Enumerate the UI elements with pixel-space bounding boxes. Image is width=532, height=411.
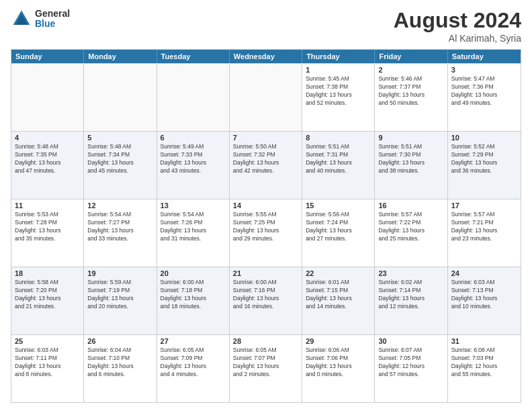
calendar-cell: 25Sunrise: 6:03 AM Sunset: 7:11 PM Dayli… — [11, 335, 84, 402]
day-number: 16 — [378, 201, 443, 210]
day-number: 4 — [15, 134, 80, 142]
calendar-cell: 10Sunrise: 5:52 AM Sunset: 7:29 PM Dayli… — [448, 132, 521, 199]
day-number: 28 — [233, 337, 298, 345]
day-number: 8 — [306, 134, 371, 142]
calendar-cell: 6Sunrise: 5:49 AM Sunset: 7:33 PM Daylig… — [157, 132, 230, 199]
calendar-day-header: Sunday — [11, 50, 84, 63]
day-info: Sunrise: 6:00 AM Sunset: 7:18 PM Dayligh… — [161, 279, 226, 311]
calendar-cell: 15Sunrise: 5:56 AM Sunset: 7:24 PM Dayli… — [302, 199, 375, 267]
day-number: 24 — [451, 269, 517, 277]
calendar-day-header: Monday — [84, 50, 157, 63]
day-info: Sunrise: 5:55 AM Sunset: 7:25 PM Dayligh… — [233, 211, 298, 243]
day-number: 29 — [306, 337, 371, 345]
calendar-cell: 20Sunrise: 6:00 AM Sunset: 7:18 PM Dayli… — [157, 267, 230, 334]
logo-icon — [11, 8, 32, 30]
calendar-cell: 16Sunrise: 5:57 AM Sunset: 7:22 PM Dayli… — [375, 199, 447, 267]
calendar-week-row: 4Sunrise: 5:48 AM Sunset: 7:35 PM Daylig… — [11, 131, 521, 199]
day-info: Sunrise: 5:53 AM Sunset: 7:28 PM Dayligh… — [15, 211, 80, 243]
day-info: Sunrise: 6:04 AM Sunset: 7:10 PM Dayligh… — [87, 347, 152, 379]
calendar-cell: 8Sunrise: 5:51 AM Sunset: 7:31 PM Daylig… — [302, 132, 375, 199]
day-info: Sunrise: 6:02 AM Sunset: 7:14 PM Dayligh… — [378, 279, 443, 311]
day-info: Sunrise: 5:48 AM Sunset: 7:35 PM Dayligh… — [15, 143, 80, 175]
day-number: 10 — [451, 134, 517, 142]
day-number: 11 — [15, 201, 80, 210]
calendar-day-header: Thursday — [302, 50, 375, 63]
calendar-cell — [230, 64, 302, 131]
calendar-cell — [11, 64, 84, 131]
day-number: 31 — [451, 337, 517, 345]
calendar-cell: 11Sunrise: 5:53 AM Sunset: 7:28 PM Dayli… — [11, 199, 84, 267]
header: General Blue August 2024 Al Karimah, Syr… — [11, 8, 521, 44]
title-block: August 2024 Al Karimah, Syria — [394, 8, 521, 44]
day-number: 23 — [378, 269, 443, 277]
day-number: 17 — [451, 201, 517, 210]
day-number: 7 — [233, 134, 298, 142]
day-info: Sunrise: 5:57 AM Sunset: 7:21 PM Dayligh… — [451, 211, 517, 243]
calendar-cell: 19Sunrise: 5:59 AM Sunset: 7:19 PM Dayli… — [84, 267, 157, 334]
day-number: 13 — [161, 201, 226, 210]
calendar-cell: 29Sunrise: 6:06 AM Sunset: 7:06 PM Dayli… — [302, 335, 375, 402]
day-number: 5 — [87, 134, 152, 142]
calendar-cell: 31Sunrise: 6:08 AM Sunset: 7:03 PM Dayli… — [448, 335, 521, 402]
day-info: Sunrise: 5:46 AM Sunset: 7:37 PM Dayligh… — [378, 75, 443, 107]
day-number: 15 — [306, 201, 371, 210]
day-info: Sunrise: 6:08 AM Sunset: 7:03 PM Dayligh… — [451, 347, 517, 379]
day-number: 9 — [378, 134, 443, 142]
calendar-cell: 12Sunrise: 5:54 AM Sunset: 7:27 PM Dayli… — [84, 199, 157, 267]
day-number: 30 — [378, 337, 443, 345]
day-number: 12 — [87, 201, 152, 210]
calendar-week-row: 25Sunrise: 6:03 AM Sunset: 7:11 PM Dayli… — [11, 334, 521, 402]
calendar-cell: 4Sunrise: 5:48 AM Sunset: 7:35 PM Daylig… — [11, 132, 84, 199]
calendar-cell: 14Sunrise: 5:55 AM Sunset: 7:25 PM Dayli… — [230, 199, 302, 267]
calendar: SundayMondayTuesdayWednesdayThursdayFrid… — [11, 49, 521, 403]
day-info: Sunrise: 6:03 AM Sunset: 7:11 PM Dayligh… — [15, 347, 80, 379]
day-info: Sunrise: 5:45 AM Sunset: 7:38 PM Dayligh… — [306, 75, 371, 107]
calendar-day-header: Friday — [375, 50, 447, 63]
day-number: 1 — [306, 66, 371, 74]
logo: General Blue — [11, 8, 70, 30]
calendar-week-row: 11Sunrise: 5:53 AM Sunset: 7:28 PM Dayli… — [11, 199, 521, 267]
day-number: 3 — [451, 66, 517, 74]
day-info: Sunrise: 5:51 AM Sunset: 7:30 PM Dayligh… — [378, 143, 443, 175]
calendar-cell: 7Sunrise: 5:50 AM Sunset: 7:32 PM Daylig… — [230, 132, 302, 199]
day-info: Sunrise: 5:54 AM Sunset: 7:27 PM Dayligh… — [87, 211, 152, 243]
calendar-cell: 9Sunrise: 5:51 AM Sunset: 7:30 PM Daylig… — [375, 132, 447, 199]
calendar-cell: 18Sunrise: 5:58 AM Sunset: 7:20 PM Dayli… — [11, 267, 84, 334]
calendar-cell: 17Sunrise: 5:57 AM Sunset: 7:21 PM Dayli… — [448, 199, 521, 267]
day-number: 22 — [306, 269, 371, 277]
day-number: 2 — [378, 66, 443, 74]
day-info: Sunrise: 6:07 AM Sunset: 7:05 PM Dayligh… — [378, 347, 443, 379]
day-number: 26 — [87, 337, 152, 345]
day-info: Sunrise: 5:57 AM Sunset: 7:22 PM Dayligh… — [378, 211, 443, 243]
calendar-cell: 5Sunrise: 5:48 AM Sunset: 7:34 PM Daylig… — [84, 132, 157, 199]
calendar-cell: 21Sunrise: 6:00 AM Sunset: 7:16 PM Dayli… — [230, 267, 302, 334]
calendar-header: SundayMondayTuesdayWednesdayThursdayFrid… — [11, 50, 521, 63]
day-info: Sunrise: 5:47 AM Sunset: 7:36 PM Dayligh… — [451, 75, 517, 107]
calendar-body: 1Sunrise: 5:45 AM Sunset: 7:38 PM Daylig… — [11, 63, 521, 402]
calendar-week-row: 18Sunrise: 5:58 AM Sunset: 7:20 PM Dayli… — [11, 267, 521, 334]
day-number: 20 — [161, 269, 226, 277]
day-info: Sunrise: 6:06 AM Sunset: 7:06 PM Dayligh… — [306, 347, 371, 379]
day-number: 6 — [161, 134, 226, 142]
calendar-cell: 30Sunrise: 6:07 AM Sunset: 7:05 PM Dayli… — [375, 335, 447, 402]
day-number: 25 — [15, 337, 80, 345]
calendar-cell — [84, 64, 157, 131]
month-title: August 2024 — [394, 8, 521, 33]
day-number: 14 — [233, 201, 298, 210]
day-number: 19 — [87, 269, 152, 277]
calendar-cell: 1Sunrise: 5:45 AM Sunset: 7:38 PM Daylig… — [302, 64, 375, 131]
calendar-week-row: 1Sunrise: 5:45 AM Sunset: 7:38 PM Daylig… — [11, 63, 521, 131]
day-info: Sunrise: 5:54 AM Sunset: 7:26 PM Dayligh… — [161, 211, 226, 243]
calendar-cell: 24Sunrise: 6:03 AM Sunset: 7:13 PM Dayli… — [448, 267, 521, 334]
day-info: Sunrise: 6:03 AM Sunset: 7:13 PM Dayligh… — [451, 279, 517, 311]
calendar-day-header: Wednesday — [230, 50, 302, 63]
day-number: 21 — [233, 269, 298, 277]
calendar-cell: 2Sunrise: 5:46 AM Sunset: 7:37 PM Daylig… — [375, 64, 447, 131]
logo-text: General Blue — [35, 9, 70, 30]
logo-general: General — [35, 9, 70, 19]
calendar-day-header: Tuesday — [157, 50, 230, 63]
calendar-cell: 22Sunrise: 6:01 AM Sunset: 7:15 PM Dayli… — [302, 267, 375, 334]
day-info: Sunrise: 6:00 AM Sunset: 7:16 PM Dayligh… — [233, 279, 298, 311]
page: General Blue August 2024 Al Karimah, Syr… — [0, 0, 532, 411]
day-info: Sunrise: 5:50 AM Sunset: 7:32 PM Dayligh… — [233, 143, 298, 175]
